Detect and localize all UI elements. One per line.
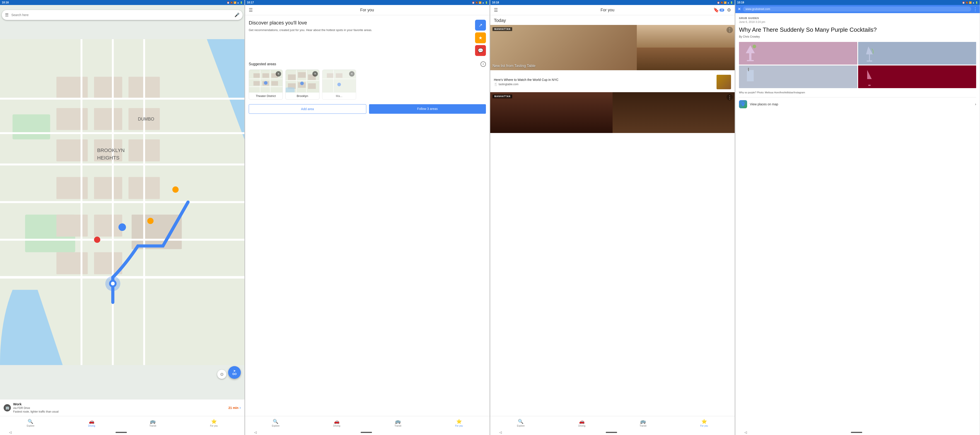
- back-button-1[interactable]: ◁: [9, 430, 11, 434]
- nav-driving-2[interactable]: 🚗 Driving: [306, 416, 368, 430]
- trending-icon-btn[interactable]: ↗: [475, 20, 486, 30]
- area-card-manhattan[interactable]: ✕ Ma...: [322, 70, 356, 100]
- signal-icon-3: 📶: [724, 2, 727, 4]
- hamburger-icon-2[interactable]: ☰: [249, 7, 253, 13]
- svg-rect-6: [56, 108, 88, 130]
- search-input[interactable]: [11, 13, 234, 17]
- brooklyn-map: ✕: [286, 70, 319, 92]
- location-button[interactable]: ⊙: [217, 370, 226, 379]
- work-card: 🏢 Work via FDR Drive Fastest route, ligh…: [0, 399, 245, 416]
- nav-transit-2[interactable]: 🚌 Transit: [368, 416, 429, 430]
- home-pill-2[interactable]: [361, 432, 372, 433]
- world-cup-source: 🍴 tastingtable.com: [494, 83, 714, 86]
- svg-point-34: [172, 186, 179, 193]
- nav-transit-1[interactable]: 🚌 Transit: [123, 416, 183, 430]
- driving-icon-3: 🚗: [579, 419, 585, 424]
- home-pill-4[interactable]: [851, 432, 862, 433]
- svg-point-35: [147, 218, 154, 224]
- svg-rect-64: [336, 73, 342, 78]
- discover-section: Discover places you'll love Get recommen…: [249, 20, 486, 56]
- mute-icon-3: 🔕: [721, 2, 723, 4]
- nav-foryou-2[interactable]: ⭐ For you: [428, 416, 490, 430]
- location-badge-manhattan-2: MANHATTAN: [493, 94, 512, 98]
- star-icon-btn[interactable]: ★: [475, 32, 486, 43]
- bottom-nav-2: 🔍 Explore 🚗 Driving 🚌 Transit ⭐ For you: [245, 416, 490, 430]
- driving-icon: 🚗: [89, 419, 94, 424]
- svg-rect-72: [748, 68, 749, 71]
- card-more-button-2[interactable]: ⋮: [727, 94, 733, 100]
- svg-rect-41: [262, 73, 269, 78]
- area-card-brooklyn[interactable]: ✕ Brooklyn: [285, 70, 320, 100]
- byline-by: By: [739, 35, 742, 38]
- battery-icon: 🔋: [240, 2, 243, 4]
- feed-card-world-cup[interactable]: Here's Where to Watch the World Cup in N…: [490, 72, 735, 92]
- feed-content: Today MANHATTAN ⋮ New list from Tasting …: [490, 15, 735, 416]
- suggested-title: Suggested areas: [249, 62, 276, 66]
- foryou-icon-2: ⭐: [456, 419, 462, 424]
- svg-point-38: [111, 282, 115, 285]
- svg-rect-4: [94, 77, 123, 99]
- svg-rect-7: [94, 108, 123, 130]
- browser-close-button[interactable]: ✕: [738, 6, 741, 11]
- view-map-row[interactable]: View places on map ›: [739, 97, 976, 111]
- nav-explore-3[interactable]: 🔍 Explore: [490, 416, 551, 430]
- battery-icon-4: 🔋: [975, 2, 978, 4]
- notification-badge[interactable]: 🔖 23: [713, 7, 724, 13]
- time-2: 10:17: [247, 1, 254, 4]
- home-row-4: ◁: [735, 430, 980, 435]
- svg-rect-52: [288, 74, 296, 80]
- signal-icon: 📶: [234, 2, 236, 4]
- hamburger-icon[interactable]: ☰: [5, 13, 9, 18]
- nav-driving-3[interactable]: 🚗 Driving: [551, 416, 612, 430]
- back-button-3[interactable]: ◁: [499, 430, 502, 434]
- back-button-2[interactable]: ◁: [254, 430, 257, 434]
- nav-explore-1[interactable]: 🔍 Explore: [0, 416, 61, 430]
- home-pill-1[interactable]: [116, 432, 127, 433]
- nav-foryou-1[interactable]: ⭐ For you: [183, 416, 245, 430]
- url-bar[interactable]: www.grubstreet.com: [743, 6, 971, 11]
- feed-card-manhattan-bar[interactable]: MANHATTAN ⋮: [490, 92, 735, 133]
- mic-icon[interactable]: 🎤: [234, 13, 239, 18]
- signal-icon-2: 📶: [479, 2, 481, 4]
- nav-transit-3[interactable]: 🚌 Transit: [612, 416, 674, 430]
- home-pill-3[interactable]: [606, 432, 617, 433]
- transit-icon-2: 🚌: [395, 419, 401, 424]
- tasting-table-title: New list from Tasting Table: [493, 64, 732, 68]
- explore-icon-3: 🔍: [518, 419, 523, 424]
- info-icon[interactable]: i: [480, 61, 486, 67]
- discover-text: Discover places you'll love Get recommen…: [249, 20, 471, 32]
- theater-district-name: Theater District: [249, 92, 283, 99]
- add-area-button[interactable]: Add area: [249, 104, 366, 114]
- map-search-bar[interactable]: ☰ 🎤: [2, 10, 243, 20]
- status-bar-1: 10:16 ⏰ 🔕 📶 ▲ 🔋: [0, 0, 245, 5]
- browser-more-button[interactable]: ⋮: [973, 6, 977, 12]
- transit-icon: 🚌: [150, 419, 156, 424]
- nav-driving-1[interactable]: 🚗 Driving: [61, 416, 123, 430]
- home-row-3: ◁: [490, 430, 735, 435]
- area-card-close-theater[interactable]: ✕: [276, 71, 281, 76]
- go-button[interactable]: ➤ GO: [228, 366, 241, 379]
- article-byline: By Chris Crowley: [739, 35, 976, 38]
- back-button-4[interactable]: ◁: [745, 430, 747, 434]
- chat-icon-btn[interactable]: 💬: [475, 45, 486, 56]
- area-card-close-manhattan[interactable]: ✕: [349, 71, 355, 76]
- nav-explore-2[interactable]: 🔍 Explore: [245, 416, 306, 430]
- work-time: 21 min: [228, 406, 238, 410]
- feed-card-tasting-table[interactable]: MANHATTAN ⋮ New list from Tasting Table: [490, 25, 735, 70]
- caption-credit-text: Photo: Melissa Hom/freshkillsbar/Instagr…: [757, 91, 805, 94]
- hamburger-icon-3[interactable]: ☰: [494, 7, 498, 13]
- card-more-button-1[interactable]: ⋮: [727, 27, 733, 33]
- manhattan-map: ✕: [322, 70, 356, 92]
- view-map-arrow-icon: ›: [975, 102, 976, 106]
- area-card-close-brooklyn[interactable]: ✕: [312, 71, 318, 76]
- area-card-theater-district[interactable]: ✕ Theater District: [249, 70, 283, 100]
- location-badge-manhattan: MANHATTAN: [493, 27, 512, 31]
- svg-point-61: [300, 81, 304, 85]
- settings-icon[interactable]: ⚙: [727, 7, 731, 13]
- follow-areas-button[interactable]: Follow 3 areas: [369, 104, 486, 114]
- nav-foryou-3[interactable]: ⭐ For you: [673, 416, 735, 430]
- wifi-icon-2: ▲: [482, 2, 484, 4]
- foryou-icon: ⭐: [211, 419, 217, 424]
- map-canvas[interactable]: ☰ 🎤: [0, 5, 245, 399]
- svg-rect-63: [327, 73, 334, 78]
